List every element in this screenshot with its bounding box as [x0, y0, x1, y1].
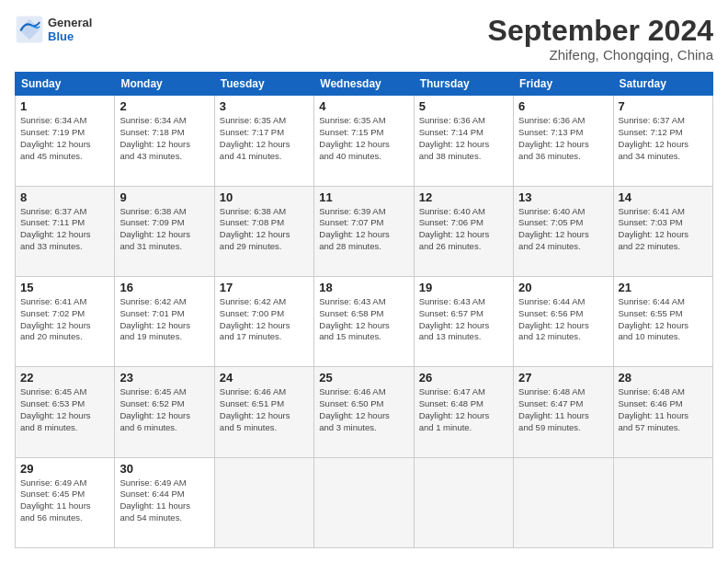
day-info: Sunrise: 6:40 AMSunset: 7:06 PMDaylight:… — [419, 206, 508, 253]
day-number: 13 — [518, 190, 608, 204]
calendar-week-2: 8Sunrise: 6:37 AMSunset: 7:11 PMDaylight… — [16, 186, 713, 276]
calendar-empty — [414, 457, 513, 547]
day-number: 19 — [419, 281, 508, 294]
calendar-day-5: 5Sunrise: 6:36 AMSunset: 7:14 PMDaylight… — [414, 96, 513, 186]
day-info: Sunrise: 6:36 AMSunset: 7:13 PMDaylight:… — [518, 115, 608, 162]
day-number: 17 — [220, 281, 309, 294]
day-number: 6 — [518, 99, 608, 113]
calendar-week-5: 29Sunrise: 6:49 AMSunset: 6:45 PMDayligh… — [16, 457, 713, 547]
day-number: 18 — [319, 281, 408, 294]
calendar-week-1: 1Sunrise: 6:34 AMSunset: 7:19 PMDaylight… — [16, 96, 713, 186]
calendar-day-6: 6Sunrise: 6:36 AMSunset: 7:13 PMDaylight… — [514, 96, 613, 186]
day-info: Sunrise: 6:37 AMSunset: 7:11 PMDaylight:… — [20, 206, 109, 253]
calendar-day-1: 1Sunrise: 6:34 AMSunset: 7:19 PMDaylight… — [16, 96, 115, 186]
day-info: Sunrise: 6:44 AMSunset: 6:56 PMDaylight:… — [518, 296, 608, 343]
title-area: September 2024 Zhifeng, Chongqing, China — [488, 15, 713, 63]
calendar-header-saturday: Saturday — [613, 73, 712, 96]
header: General Blue September 2024 Zhifeng, Cho… — [15, 15, 713, 63]
day-number: 20 — [518, 281, 608, 294]
day-info: Sunrise: 6:42 AMSunset: 7:01 PMDaylight:… — [119, 296, 209, 343]
day-number: 28 — [619, 371, 708, 385]
day-number: 21 — [619, 281, 708, 294]
calendar-empty — [214, 457, 313, 547]
calendar-day-24: 24Sunrise: 6:46 AMSunset: 6:51 PMDayligh… — [214, 367, 313, 457]
day-info: Sunrise: 6:38 AMSunset: 7:08 PMDaylight:… — [220, 206, 309, 253]
calendar-week-4: 22Sunrise: 6:45 AMSunset: 6:53 PMDayligh… — [16, 367, 713, 457]
logo: General Blue — [15, 15, 92, 44]
calendar-header-friday: Friday — [514, 73, 613, 96]
day-info: Sunrise: 6:43 AMSunset: 6:57 PMDaylight:… — [419, 296, 508, 343]
calendar-day-2: 2Sunrise: 6:34 AMSunset: 7:18 PMDaylight… — [115, 96, 214, 186]
calendar-empty — [314, 457, 414, 547]
day-number: 3 — [220, 99, 309, 113]
day-number: 12 — [419, 190, 508, 204]
day-number: 5 — [419, 99, 508, 113]
calendar-table: SundayMondayTuesdayWednesdayThursdayFrid… — [15, 72, 713, 548]
day-info: Sunrise: 6:42 AMSunset: 7:00 PMDaylight:… — [220, 296, 309, 343]
subtitle: Zhifeng, Chongqing, China — [488, 47, 713, 63]
day-number: 14 — [619, 190, 708, 204]
day-number: 25 — [319, 371, 408, 385]
calendar-day-9: 9Sunrise: 6:38 AMSunset: 7:09 PMDaylight… — [115, 186, 214, 276]
day-number: 23 — [119, 371, 209, 385]
calendar-header-monday: Monday — [115, 73, 214, 96]
day-info: Sunrise: 6:35 AMSunset: 7:15 PMDaylight:… — [319, 115, 408, 162]
day-info: Sunrise: 6:49 AMSunset: 6:44 PMDaylight:… — [119, 477, 209, 524]
calendar-day-8: 8Sunrise: 6:37 AMSunset: 7:11 PMDaylight… — [16, 186, 115, 276]
calendar-day-14: 14Sunrise: 6:41 AMSunset: 7:03 PMDayligh… — [613, 186, 712, 276]
calendar-day-22: 22Sunrise: 6:45 AMSunset: 6:53 PMDayligh… — [16, 367, 115, 457]
day-number: 16 — [119, 281, 209, 294]
day-info: Sunrise: 6:35 AMSunset: 7:17 PMDaylight:… — [220, 115, 309, 162]
calendar-day-16: 16Sunrise: 6:42 AMSunset: 7:01 PMDayligh… — [115, 276, 214, 366]
day-info: Sunrise: 6:37 AMSunset: 7:12 PMDaylight:… — [619, 115, 708, 162]
day-info: Sunrise: 6:38 AMSunset: 7:09 PMDaylight:… — [119, 206, 209, 253]
day-info: Sunrise: 6:43 AMSunset: 6:58 PMDaylight:… — [319, 296, 408, 343]
day-info: Sunrise: 6:45 AMSunset: 6:52 PMDaylight:… — [119, 386, 209, 433]
day-info: Sunrise: 6:48 AMSunset: 6:47 PMDaylight:… — [518, 386, 608, 433]
logo-text: General Blue — [48, 16, 92, 43]
calendar-day-7: 7Sunrise: 6:37 AMSunset: 7:12 PMDaylight… — [613, 96, 712, 186]
day-info: Sunrise: 6:41 AMSunset: 7:03 PMDaylight:… — [619, 206, 708, 253]
calendar-day-19: 19Sunrise: 6:43 AMSunset: 6:57 PMDayligh… — [414, 276, 513, 366]
calendar-day-10: 10Sunrise: 6:38 AMSunset: 7:08 PMDayligh… — [214, 186, 313, 276]
day-info: Sunrise: 6:47 AMSunset: 6:48 PMDaylight:… — [419, 386, 508, 433]
day-info: Sunrise: 6:44 AMSunset: 6:55 PMDaylight:… — [619, 296, 708, 343]
calendar-header-wednesday: Wednesday — [314, 73, 414, 96]
calendar-day-12: 12Sunrise: 6:40 AMSunset: 7:06 PMDayligh… — [414, 186, 513, 276]
calendar-empty — [613, 457, 712, 547]
calendar-day-18: 18Sunrise: 6:43 AMSunset: 6:58 PMDayligh… — [314, 276, 414, 366]
calendar-day-13: 13Sunrise: 6:40 AMSunset: 7:05 PMDayligh… — [514, 186, 613, 276]
calendar-day-29: 29Sunrise: 6:49 AMSunset: 6:45 PMDayligh… — [16, 457, 115, 547]
calendar-day-27: 27Sunrise: 6:48 AMSunset: 6:47 PMDayligh… — [514, 367, 613, 457]
calendar-day-3: 3Sunrise: 6:35 AMSunset: 7:17 PMDaylight… — [214, 96, 313, 186]
day-info: Sunrise: 6:40 AMSunset: 7:05 PMDaylight:… — [518, 206, 608, 253]
calendar-day-17: 17Sunrise: 6:42 AMSunset: 7:00 PMDayligh… — [214, 276, 313, 366]
day-number: 29 — [20, 462, 109, 476]
day-info: Sunrise: 6:45 AMSunset: 6:53 PMDaylight:… — [20, 386, 109, 433]
day-number: 22 — [20, 371, 109, 385]
month-title: September 2024 — [488, 15, 713, 47]
day-number: 10 — [220, 190, 309, 204]
calendar-day-30: 30Sunrise: 6:49 AMSunset: 6:44 PMDayligh… — [115, 457, 214, 547]
calendar-day-21: 21Sunrise: 6:44 AMSunset: 6:55 PMDayligh… — [613, 276, 712, 366]
day-number: 9 — [119, 190, 209, 204]
day-info: Sunrise: 6:41 AMSunset: 7:02 PMDaylight:… — [20, 296, 109, 343]
day-number: 24 — [220, 371, 309, 385]
calendar-day-20: 20Sunrise: 6:44 AMSunset: 6:56 PMDayligh… — [514, 276, 613, 366]
day-number: 15 — [20, 281, 109, 294]
calendar-header-row: SundayMondayTuesdayWednesdayThursdayFrid… — [16, 73, 713, 96]
calendar-day-28: 28Sunrise: 6:48 AMSunset: 6:46 PMDayligh… — [613, 367, 712, 457]
day-info: Sunrise: 6:49 AMSunset: 6:45 PMDaylight:… — [20, 477, 109, 524]
day-info: Sunrise: 6:36 AMSunset: 7:14 PMDaylight:… — [419, 115, 508, 162]
day-info: Sunrise: 6:46 AMSunset: 6:51 PMDaylight:… — [220, 386, 309, 433]
day-number: 26 — [419, 371, 508, 385]
day-info: Sunrise: 6:34 AMSunset: 7:19 PMDaylight:… — [20, 115, 109, 162]
day-number: 27 — [518, 371, 608, 385]
day-info: Sunrise: 6:46 AMSunset: 6:50 PMDaylight:… — [319, 386, 408, 433]
calendar-day-23: 23Sunrise: 6:45 AMSunset: 6:52 PMDayligh… — [115, 367, 214, 457]
day-info: Sunrise: 6:48 AMSunset: 6:46 PMDaylight:… — [619, 386, 708, 433]
day-number: 11 — [319, 190, 408, 204]
calendar-day-4: 4Sunrise: 6:35 AMSunset: 7:15 PMDaylight… — [314, 96, 414, 186]
day-info: Sunrise: 6:39 AMSunset: 7:07 PMDaylight:… — [319, 206, 408, 253]
day-info: Sunrise: 6:34 AMSunset: 7:18 PMDaylight:… — [119, 115, 209, 162]
